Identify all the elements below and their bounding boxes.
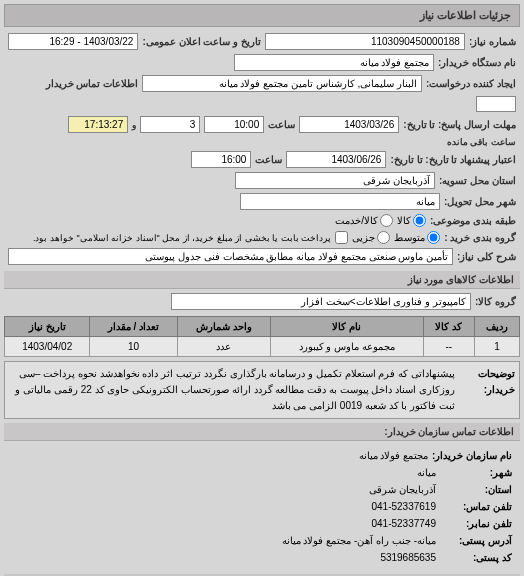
col-name: نام کالا [271,317,423,337]
validity-date-field: 1403/06/26 [286,151,386,168]
group-label: گروه بندی خرید : [444,232,516,243]
cb-prov-v: آذربایجان شرقی [369,481,436,498]
buyer-desc-box: توضیحات خریدار: پیشنهاداتی که فرم استعلا… [4,361,520,419]
req-no-field: 1103090450000188 [265,33,465,50]
province-label: استان محل تسویه: [439,175,516,186]
items-header: اطلاعات کالاهای مورد نیاز [4,271,520,289]
col-unit: واحد شمارش [177,317,271,337]
remain-time-field: 17:13:27 [68,116,128,133]
cb-addr-k: آدرس پستی: [440,532,512,549]
radio-kala-text: کالا [397,215,411,226]
radio-mid-text: متوسط [394,232,425,243]
cb-fax-v: 041-52337749 [371,515,436,532]
buyer-desc-label: توضیحات خریدار: [455,366,515,414]
pub-datetime-label: تاریخ و ساعت اعلان عمومی: [142,36,260,47]
city-field: میانه [240,193,440,210]
deadline-label: مهلت ارسال پاسخ: تا تاریخ: [403,119,516,130]
radio-small-text: جزیی [352,232,375,243]
general-title-field: تأمین ماوس صنعتی مجتمع فولاد میانه مطابق… [8,248,453,265]
city-label: شهر محل تحویل: [444,196,516,207]
creator-label: ایجاد کننده درخواست: [426,78,516,89]
cb-fax-k: تلفن نمابر: [440,515,512,532]
remain-days-field: 3 [140,116,200,133]
and-label: و [132,120,136,130]
validity-hour-field: 16:00 [191,151,251,168]
cb-tel-k: تلفن تماس: [440,498,512,515]
creator-field: البنار سلیمانی, کارشناس تامین مجتمع فولا… [142,75,422,92]
radio-small[interactable]: جزیی [352,231,390,244]
cell-unit: عدد [177,337,271,357]
cb-org-k: نام سازمان خریدار: [432,447,512,464]
cb-post-k: کد پستی: [440,549,512,566]
cell-name: مجموعه ماوس و کیبورد [271,337,423,357]
cb-city-v: میانه [417,464,436,481]
deadline-hour-field: 10:00 [204,116,264,133]
buyer-contact-field [476,96,516,112]
radio-kala[interactable]: کالا [397,214,426,227]
pub-datetime-field: 1403/03/22 - 16:29 [8,33,138,50]
radio-mid[interactable]: متوسط [394,231,440,244]
deadline-hour-label: ساعت [268,119,295,130]
items-group-label: گروه کالا: [475,296,516,307]
radio-small-input[interactable] [377,231,390,244]
cell-date: 1403/04/02 [5,337,90,357]
col-date: تاریخ نیاز [5,317,90,337]
contact-buyer-block: نام سازمان خریدار:مجتمع فولاد میانه شهر:… [4,443,520,570]
general-title-label: شرح کلی نیاز: [457,251,516,262]
payment-checkbox[interactable] [335,231,348,244]
remain-suffix: ساعت باقی مانده [447,137,516,147]
radio-kala-input[interactable] [413,214,426,227]
validity-label: اعتبار پیشنهاد تا تاریخ: تا تاریخ: [390,154,516,165]
req-no-label: شماره نیاز: [469,36,516,47]
cb-post-v: 5319685635 [380,549,436,566]
cell-code: -- [423,337,475,357]
items-table: ردیف کد کالا نام کالا واحد شمارش تعداد /… [4,316,520,357]
items-group-field: کامپیوتر و فناوری اطلاعات>سخت افزار [171,293,471,310]
table-row[interactable]: 1 -- مجموعه ماوس و کیبورد عدد 10 1403/04… [5,337,520,357]
buyer-desc-text: پیشنهاداتی که فرم استعلام تکمیل و درساما… [9,366,455,414]
col-idx: ردیف [475,317,520,337]
cell-idx: 1 [475,337,520,357]
col-code: کد کالا [423,317,475,337]
cell-qty: 10 [90,337,177,357]
contact-buyer-title: اطلاعات تماس سازمان خریدار: [4,423,520,441]
col-qty: تعداد / مقدار [90,317,177,337]
radio-khedmat-input[interactable] [380,214,393,227]
payment-note: پرداخت بابت یا بخشی از مبلغ خرید، از محل… [33,233,331,243]
cb-addr-v: میانه- جنب راه آهن- مجتمع فولاد میانه [282,532,436,549]
cb-prov-k: استان: [440,481,512,498]
buyer-contact-label: اطلاعات تماس خریدار [46,78,139,89]
buyer-org-label: نام دستگاه خریدار: [438,57,516,68]
province-field: آذربایجان شرقی [235,172,435,189]
radio-mid-input[interactable] [427,231,440,244]
buyer-org-field: مجتمع فولاد میانه [234,54,434,71]
cb-tel-v: 041-52337619 [371,498,436,515]
cb-org-v: مجتمع فولاد میانه [359,447,429,464]
deadline-date-field: 1403/03/26 [299,116,399,133]
radio-khedmat[interactable]: کالا/خدمت [335,214,393,227]
radio-khedmat-text: کالا/خدمت [335,215,378,226]
validity-hour-label: ساعت [255,154,282,165]
cb-city-k: شهر: [440,464,512,481]
panel-title: جزئیات اطلاعات نیاز [4,4,520,27]
subject-group-label: طبقه بندی موضوعی: [430,215,516,226]
